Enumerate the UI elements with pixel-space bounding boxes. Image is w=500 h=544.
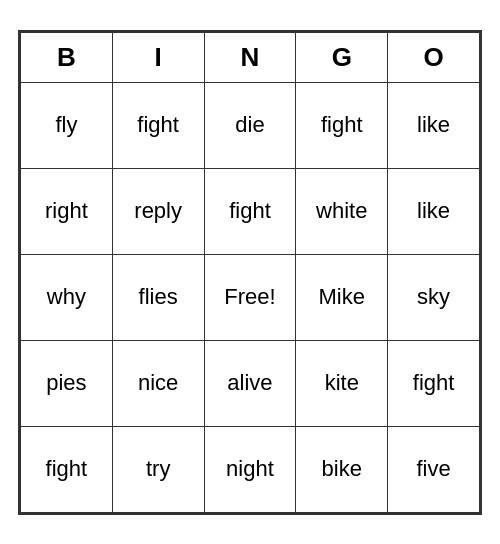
header-cell-o: O [388,32,480,82]
cell-r4-c3: bike [296,426,388,512]
cell-r1-c0: right [21,168,113,254]
cell-r4-c0: fight [21,426,113,512]
cell-r2-c4: sky [388,254,480,340]
cell-r1-c4: like [388,168,480,254]
cell-r0-c0: fly [21,82,113,168]
table-row: fighttrynightbikefive [21,426,480,512]
cell-r0-c1: fight [112,82,204,168]
cell-r0-c4: like [388,82,480,168]
header-cell-b: B [21,32,113,82]
cell-r0-c3: fight [296,82,388,168]
header-cell-i: I [112,32,204,82]
header-cell-g: G [296,32,388,82]
header-row: BINGO [21,32,480,82]
cell-r2-c0: why [21,254,113,340]
table-row: flyfightdiefightlike [21,82,480,168]
cell-r4-c2: night [204,426,296,512]
cell-r4-c1: try [112,426,204,512]
bingo-card: BINGO flyfightdiefightlikerightreplyfigh… [18,30,482,515]
bingo-table: BINGO flyfightdiefightlikerightreplyfigh… [20,32,480,513]
cell-r2-c1: flies [112,254,204,340]
cell-r3-c3: kite [296,340,388,426]
cell-r4-c4: five [388,426,480,512]
cell-r1-c3: white [296,168,388,254]
table-row: whyfliesFree!Mikesky [21,254,480,340]
cell-r3-c2: alive [204,340,296,426]
cell-r1-c1: reply [112,168,204,254]
cell-r3-c1: nice [112,340,204,426]
cell-r2-c2: Free! [204,254,296,340]
table-row: piesnicealivekitefight [21,340,480,426]
header-cell-n: N [204,32,296,82]
cell-r3-c0: pies [21,340,113,426]
cell-r1-c2: fight [204,168,296,254]
cell-r0-c2: die [204,82,296,168]
cell-r3-c4: fight [388,340,480,426]
cell-r2-c3: Mike [296,254,388,340]
table-row: rightreplyfightwhitelike [21,168,480,254]
